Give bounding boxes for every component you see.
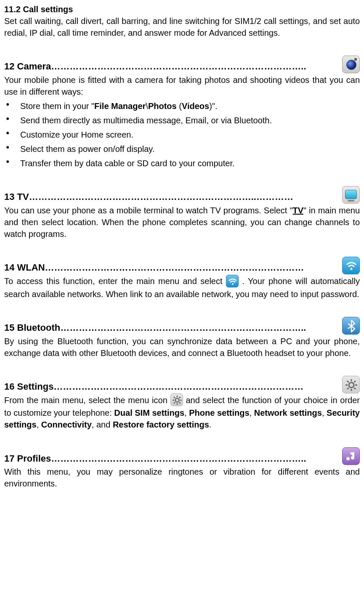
heading-17: 17 Profiles……………………………………………………………………….. [4, 452, 306, 465]
text: . [209, 420, 212, 429]
heading-11-2: 11.2 Call settings [4, 3, 360, 15]
wlan-inline-icon [226, 275, 239, 287]
heading-12: 12 Camera……………………………………………………………………….. [4, 60, 306, 73]
bluetooth-icon [342, 317, 360, 335]
text: , [37, 420, 41, 429]
body-14: To access this function, enter the main … [4, 275, 360, 300]
text: , and [92, 420, 113, 429]
bullet-12-2: Send them directly as multimedia message… [4, 114, 360, 126]
bullet-list-12: Store them in your "File Manager\Photos … [4, 100, 360, 169]
text: To access this function, enter the main … [4, 276, 226, 286]
body-16: From the main menu, select the menu icon… [4, 394, 360, 431]
heading-15: 15 Bluetooth…………………………………………………………………….. [4, 321, 306, 335]
heading-13: 13 TV………………………………………………………………..………… [4, 191, 293, 204]
svg-line-17 [179, 402, 181, 404]
opt-dual-sim: Dual SIM settings [114, 408, 184, 417]
svg-line-16 [174, 397, 175, 398]
text: Store them in your " [20, 101, 94, 111]
text: )". [209, 101, 217, 111]
text: ( [177, 101, 182, 111]
svg-point-1 [232, 283, 234, 285]
text: , [250, 408, 254, 417]
text-bold: File Manager [94, 101, 146, 111]
tv-icon [342, 186, 360, 204]
svg-point-0 [351, 268, 353, 270]
svg-point-2 [349, 382, 354, 388]
opt-connectivity: Connectivity [41, 420, 92, 429]
text: You can use your phone as a mobile termi… [4, 206, 292, 215]
bullet-12-1: Store them in your "File Manager\Photos … [4, 100, 360, 112]
svg-point-11 [175, 398, 179, 402]
opt-restore: Restore factory settings [113, 420, 209, 429]
camera-icon [342, 56, 360, 73]
body-17: With this menu, you may personalize ring… [4, 466, 360, 489]
heading-16: 16 Settings……………………………………………………………………… [4, 380, 303, 393]
svg-line-9 [347, 388, 349, 389]
svg-line-8 [354, 388, 356, 389]
heading-14: 14 WLAN………………………………………………………………………… [4, 261, 304, 274]
text: From the main menu, select the menu icon [4, 396, 170, 405]
text-bold: Videos [182, 101, 209, 111]
profiles-icon [342, 447, 360, 465]
bullet-12-3: Customize your Home screen. [4, 129, 360, 141]
bullet-12-4: Select them as power on/off display. [4, 143, 360, 155]
tv-bold: TV [292, 206, 303, 215]
svg-line-7 [347, 381, 349, 382]
text: , [322, 408, 327, 417]
text-bold: Photos [148, 101, 177, 111]
text: , [184, 408, 189, 417]
body-13: You can use your phone as a mobile termi… [4, 205, 360, 240]
intro-12: Your mobile phone is fitted with a camer… [4, 74, 360, 98]
opt-network: Network settings [254, 408, 322, 417]
opt-phone: Phone settings [189, 408, 249, 417]
settings-icon [342, 376, 360, 393]
svg-line-19 [179, 397, 181, 398]
svg-line-10 [354, 381, 356, 382]
body-15: By using the Bluetooth function, you can… [4, 335, 360, 359]
body-11-2: Set call waiting, call divert, call barr… [4, 15, 360, 39]
svg-line-18 [174, 402, 175, 404]
wlan-icon [342, 257, 360, 274]
settings-inline-icon [170, 393, 183, 406]
bullet-12-5: Transfer them by data cable or SD card t… [4, 157, 360, 169]
